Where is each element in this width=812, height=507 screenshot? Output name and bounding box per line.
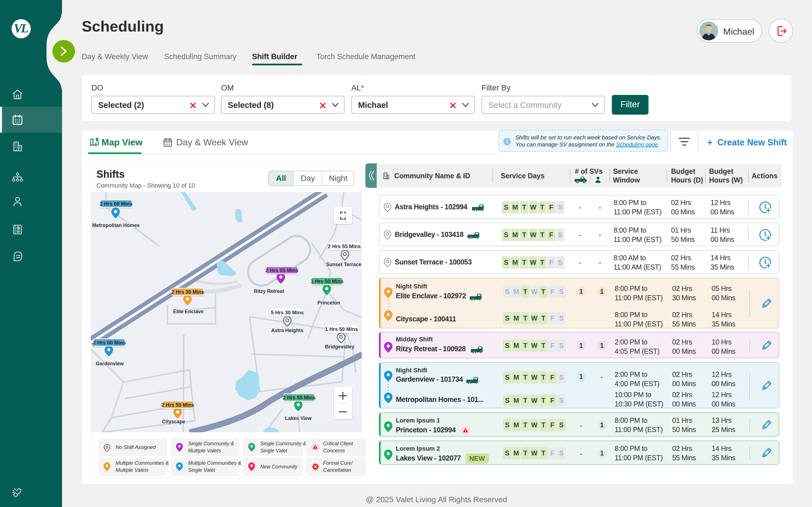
svg-text:Ritzy Retreat: Ritzy Retreat (254, 288, 284, 294)
svg-text:Astra Heights: Astra Heights (271, 328, 303, 333)
svg-text:2 Hrs 55 Mins: 2 Hrs 55 Mins (328, 244, 361, 249)
svg-text:2 Hrs 30 Mins: 2 Hrs 30 Mins (171, 289, 204, 295)
svg-text:Cityscape: Cityscape (162, 419, 186, 425)
svg-text:2 Hrs 55 Mins: 2 Hrs 55 Mins (161, 402, 194, 408)
svg-text:Princeton: Princeton (317, 300, 340, 305)
svg-text:2 Hrs 00 Mins: 2 Hrs 00 Mins (93, 340, 126, 346)
svg-text:Bridgevalley: Bridgevalley (325, 344, 354, 349)
svg-text:1 Hrs 50 Mins: 1 Hrs 50 Mins (311, 279, 343, 284)
svg-text:1 Hrs 50 Mins: 1 Hrs 50 Mins (325, 327, 358, 332)
svg-text:Gardenview: Gardenview (96, 361, 124, 367)
svg-text:Elite Enclave: Elite Enclave (173, 309, 204, 314)
svg-text:Sunset Terrace: Sunset Terrace (326, 262, 361, 267)
svg-text:2 Hrs 00 Mins: 2 Hrs 00 Mins (100, 201, 133, 207)
svg-text:Metropolitan Homes: Metropolitan Homes (92, 223, 140, 228)
svg-text:2 Hrs 55 Mins: 2 Hrs 55 Mins (283, 395, 315, 400)
svg-text:2 Hrs 05 Mins: 2 Hrs 05 Mins (266, 268, 298, 273)
svg-text:5 Hrs 30 Mins: 5 Hrs 30 Mins (271, 310, 304, 316)
svg-text:Lakes View: Lakes View (285, 415, 312, 421)
